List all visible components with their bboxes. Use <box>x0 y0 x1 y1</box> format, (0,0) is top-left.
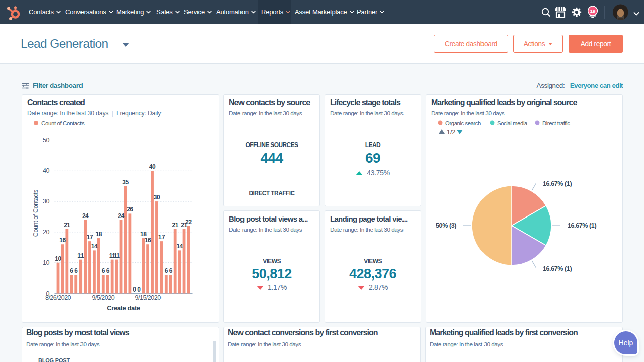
svg-text:40: 40 <box>149 163 156 170</box>
svg-text:Count of Contacts: Count of Contacts <box>41 120 85 126</box>
svg-text:1/2: 1/2 <box>447 129 455 136</box>
svg-text:19: 19 <box>590 8 596 14</box>
svg-text:10: 10 <box>43 259 50 266</box>
svg-text:20: 20 <box>43 229 50 236</box>
svg-text:24: 24 <box>118 212 124 220</box>
svg-text:Count of Contacts: Count of Contacts <box>32 190 39 237</box>
svg-text:14: 14 <box>91 243 98 250</box>
svg-text:16.67% (1): 16.67% (1) <box>543 265 572 272</box>
svg-text:16.67% (1): 16.67% (1) <box>568 222 596 229</box>
svg-text:16: 16 <box>145 237 151 244</box>
svg-text:35: 35 <box>122 179 129 186</box>
svg-text:Organic search: Organic search <box>445 120 481 126</box>
svg-text:11: 11 <box>114 252 120 259</box>
svg-text:50: 50 <box>43 137 50 144</box>
svg-text:17: 17 <box>158 234 165 241</box>
svg-text:26: 26 <box>127 206 133 213</box>
svg-text:22: 22 <box>185 219 192 226</box>
svg-text:9/5/2020: 9/5/2020 <box>92 294 114 301</box>
svg-text:18: 18 <box>96 231 102 238</box>
svg-text:6: 6 <box>74 267 78 274</box>
svg-text:16: 16 <box>59 237 66 244</box>
svg-text:9/15/2020: 9/15/2020 <box>135 294 162 301</box>
svg-text:50% (3): 50% (3) <box>436 222 456 229</box>
svg-text:Direct traffic: Direct traffic <box>542 120 570 126</box>
svg-text:6: 6 <box>70 267 73 274</box>
svg-text:40: 40 <box>43 167 50 174</box>
svg-text:14: 14 <box>176 243 183 250</box>
svg-text:24: 24 <box>82 212 89 220</box>
svg-text:Social media: Social media <box>497 120 528 126</box>
svg-text:6: 6 <box>106 267 110 274</box>
svg-text:0: 0 <box>133 286 136 293</box>
svg-text:21: 21 <box>172 222 179 229</box>
svg-text:30: 30 <box>43 198 50 205</box>
svg-text:17: 17 <box>87 234 93 241</box>
svg-text:10: 10 <box>55 255 61 262</box>
svg-text:8/26/2020: 8/26/2020 <box>45 294 71 301</box>
svg-text:6: 6 <box>102 267 105 274</box>
svg-text:0: 0 <box>137 286 141 293</box>
svg-text:6: 6 <box>165 267 168 274</box>
svg-text:6: 6 <box>169 267 173 274</box>
svg-text:30: 30 <box>154 194 160 201</box>
svg-text:16.67% (1): 16.67% (1) <box>543 180 572 187</box>
svg-text:Create date: Create date <box>107 304 140 312</box>
svg-text:11: 11 <box>77 252 84 259</box>
svg-text:21: 21 <box>64 222 70 229</box>
